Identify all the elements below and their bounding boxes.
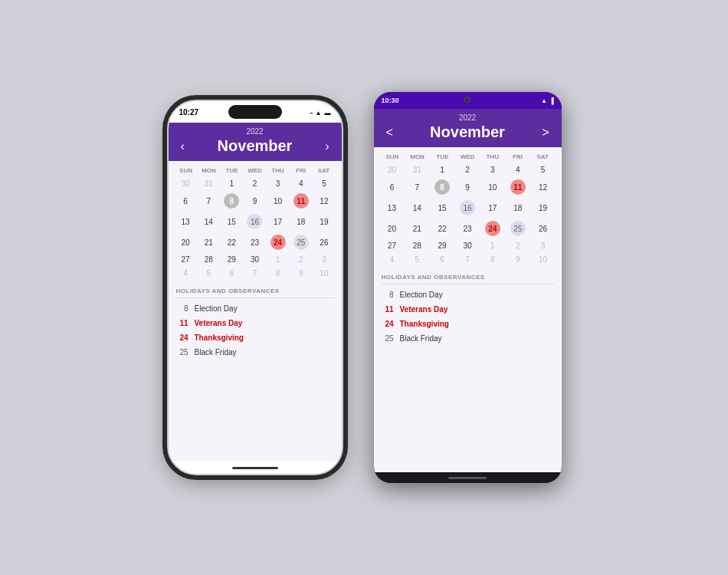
calendar-day[interactable]: 12 bbox=[313, 191, 335, 211]
calendar-day[interactable]: 31 bbox=[198, 177, 220, 190]
calendar-day[interactable]: 19 bbox=[313, 212, 335, 232]
calendar-day[interactable]: 7 bbox=[244, 267, 266, 280]
calendar-day[interactable]: 25 bbox=[506, 219, 530, 238]
calendar-day[interactable]: 12 bbox=[531, 177, 556, 197]
calendar-day[interactable]: 1 bbox=[480, 239, 505, 252]
prev-month-button[interactable]: ‹ bbox=[176, 140, 189, 153]
calendar-day[interactable]: 26 bbox=[313, 232, 335, 252]
calendar-day[interactable]: 4 bbox=[506, 163, 530, 176]
calendar-day[interactable]: 21 bbox=[198, 232, 220, 252]
calendar-day[interactable]: 25 bbox=[290, 232, 312, 252]
calendar-day[interactable]: 7 bbox=[405, 177, 429, 197]
calendar-day[interactable]: 29 bbox=[221, 253, 243, 266]
calendar-day[interactable]: 8 bbox=[221, 191, 243, 211]
day-number: 7 bbox=[253, 269, 257, 278]
calendar-day[interactable]: 3 bbox=[531, 239, 556, 252]
battery-icon bbox=[325, 108, 331, 117]
calendar-day[interactable]: 24 bbox=[480, 219, 505, 238]
calendar-day[interactable]: 31 bbox=[405, 163, 429, 176]
calendar-day[interactable]: 18 bbox=[506, 198, 530, 218]
calendar-day[interactable]: 6 bbox=[221, 267, 243, 280]
calendar-day[interactable]: 13 bbox=[380, 198, 405, 218]
calendar-day[interactable]: 7 bbox=[455, 253, 480, 266]
home-indicator bbox=[169, 462, 342, 474]
calendar-day[interactable]: 27 bbox=[175, 253, 197, 266]
calendar-day[interactable]: 20 bbox=[380, 219, 405, 238]
calendar-day[interactable]: 5 bbox=[313, 177, 335, 190]
calendar-day[interactable]: 4 bbox=[175, 267, 197, 280]
calendar-day[interactable]: 5 bbox=[405, 253, 429, 266]
calendar-day[interactable]: 3 bbox=[480, 163, 505, 176]
calendar-day[interactable]: 10 bbox=[480, 177, 505, 197]
calendar-day[interactable]: 28 bbox=[405, 239, 429, 252]
calendar-day[interactable]: 10 bbox=[531, 253, 556, 266]
calendar-day[interactable]: 18 bbox=[290, 212, 312, 232]
calendar-day[interactable]: 21 bbox=[405, 219, 429, 238]
calendar-day[interactable]: 16 bbox=[455, 198, 480, 218]
calendar-day[interactable]: 19 bbox=[531, 198, 556, 218]
android-calendar-month-row: < November > bbox=[382, 123, 554, 141]
calendar-day[interactable]: 26 bbox=[531, 219, 556, 238]
calendar-day[interactable]: 20 bbox=[175, 232, 197, 252]
calendar-day[interactable]: 6 bbox=[380, 177, 405, 197]
calendar-day[interactable]: 30 bbox=[244, 253, 266, 266]
calendar-day[interactable]: 10 bbox=[267, 191, 289, 211]
calendar-day[interactable]: 30 bbox=[175, 177, 197, 190]
calendar-day[interactable]: 22 bbox=[221, 232, 243, 252]
calendar-day[interactable]: 5 bbox=[531, 163, 556, 176]
calendar-day[interactable]: 24 bbox=[267, 232, 289, 252]
calendar-day[interactable]: 8 bbox=[267, 267, 289, 280]
calendar-day[interactable]: 1 bbox=[267, 253, 289, 266]
calendar-day[interactable]: 27 bbox=[380, 239, 405, 252]
calendar-day[interactable]: 6 bbox=[175, 191, 197, 211]
calendar-day[interactable]: 23 bbox=[244, 232, 266, 252]
calendar-day[interactable]: 28 bbox=[198, 253, 220, 266]
day-number: 1 bbox=[440, 166, 444, 174]
iphone-shell: 10:27 2022 ‹ November › SUN M bbox=[167, 100, 343, 475]
calendar-day[interactable]: 11 bbox=[506, 177, 530, 197]
calendar-day[interactable]: 29 bbox=[430, 239, 454, 252]
calendar-day[interactable]: 1 bbox=[221, 177, 243, 190]
holiday-item: 11Veterans Day bbox=[176, 316, 334, 330]
calendar-day[interactable]: 13 bbox=[175, 212, 197, 232]
android-holidays-title: HOLIDAYS AND OBSERVANCES bbox=[382, 274, 554, 281]
calendar-day[interactable]: 4 bbox=[290, 177, 312, 190]
calendar-day[interactable]: 23 bbox=[455, 219, 480, 238]
calendar-day[interactable]: 2 bbox=[244, 177, 266, 190]
calendar-day[interactable]: 14 bbox=[198, 212, 220, 232]
calendar-day[interactable]: 5 bbox=[198, 267, 220, 280]
calendar-day[interactable]: 11 bbox=[290, 191, 312, 211]
android-prev-month-button[interactable]: < bbox=[382, 126, 398, 140]
day-number: 13 bbox=[182, 218, 190, 226]
calendar-day[interactable]: 14 bbox=[405, 198, 429, 218]
calendar-day[interactable]: 8 bbox=[430, 177, 454, 197]
calendar-day[interactable]: 4 bbox=[380, 253, 405, 266]
calendar-day[interactable]: 22 bbox=[430, 219, 454, 238]
calendar-day[interactable]: 15 bbox=[221, 212, 243, 232]
calendar-day[interactable]: 3 bbox=[313, 253, 335, 266]
android-next-month-button[interactable]: > bbox=[537, 126, 553, 140]
calendar-day[interactable]: 2 bbox=[506, 239, 530, 252]
calendar-day[interactable]: 30 bbox=[380, 163, 405, 176]
calendar-day[interactable]: 17 bbox=[480, 198, 505, 218]
calendar-day[interactable]: 6 bbox=[430, 253, 454, 266]
calendar-day[interactable]: 3 bbox=[267, 177, 289, 190]
calendar-day[interactable]: 9 bbox=[455, 177, 480, 197]
calendar-day[interactable]: 9 bbox=[244, 191, 266, 211]
calendar-day[interactable]: 9 bbox=[290, 267, 312, 280]
calendar-day[interactable]: 17 bbox=[267, 212, 289, 232]
calendar-day[interactable]: 2 bbox=[455, 163, 480, 176]
day-number: 29 bbox=[438, 242, 447, 250]
next-month-button[interactable]: › bbox=[320, 140, 333, 153]
calendar-day[interactable]: 16 bbox=[244, 212, 266, 232]
day-number: 3 bbox=[541, 242, 546, 250]
calendar-day[interactable]: 1 bbox=[430, 163, 454, 176]
calendar-day[interactable]: 9 bbox=[506, 253, 530, 266]
calendar-day[interactable]: 2 bbox=[290, 253, 312, 266]
calendar-day[interactable]: 7 bbox=[198, 191, 220, 211]
calendar-day[interactable]: 15 bbox=[430, 198, 454, 218]
calendar-day[interactable]: 8 bbox=[480, 253, 505, 266]
calendar-day[interactable]: 10 bbox=[313, 267, 335, 280]
calendar-day[interactable]: 30 bbox=[455, 239, 480, 252]
calendar-days: 3031123456789101112131415161718192021222… bbox=[175, 177, 336, 280]
